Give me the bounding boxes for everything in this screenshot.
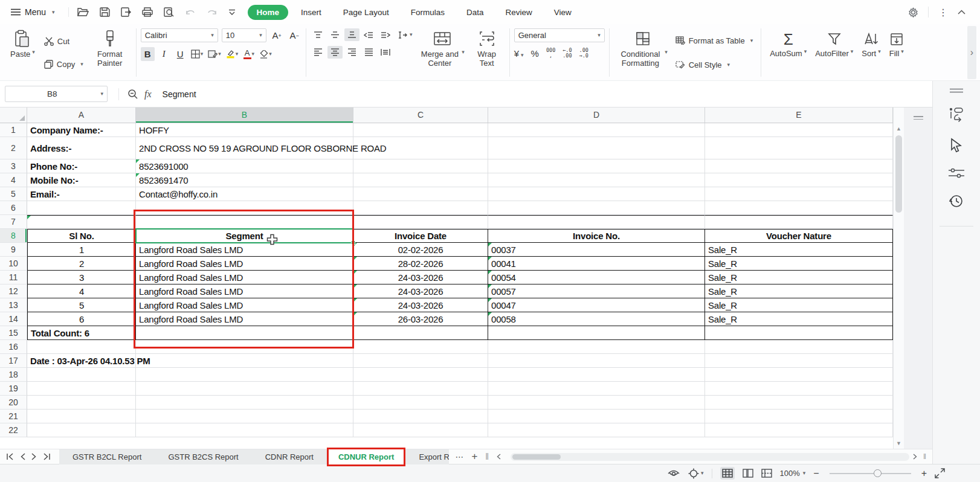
column-header-C[interactable]: C xyxy=(353,108,488,123)
cell-E21[interactable] xyxy=(705,410,893,423)
cell-D7[interactable] xyxy=(488,215,705,229)
eraser-button[interactable]: ▾ xyxy=(258,47,273,61)
conditional-formatting-button[interactable]: Conditional Formatting▾ xyxy=(614,26,672,79)
hscroll-left-icon[interactable] xyxy=(497,454,501,460)
cell-style-button[interactable]: Cell Style ▾ xyxy=(673,59,756,71)
font-size-combo[interactable]: 10▾ xyxy=(222,28,266,42)
row-header-16[interactable]: 16 xyxy=(0,340,27,354)
sheet-tab-gstr-b2cs-report[interactable]: GSTR B2CS Report xyxy=(155,449,251,464)
cell-A5[interactable]: Email:- xyxy=(27,187,136,201)
cell-B15[interactable] xyxy=(136,326,353,340)
cell-E4[interactable] xyxy=(705,173,893,187)
fullscreen-icon[interactable] xyxy=(935,468,945,478)
cell-B3[interactable]: 8523691000 xyxy=(136,159,353,173)
cell-B10[interactable]: Langford Road Sales LMD xyxy=(136,257,353,271)
cell-D18[interactable] xyxy=(488,368,705,382)
format-painter-button[interactable]: Format Painter xyxy=(88,26,132,79)
copy-button[interactable]: Copy ▾ xyxy=(42,58,86,71)
cell-B4[interactable]: 8523691470 xyxy=(136,173,353,187)
row-header-13[interactable]: 13 xyxy=(0,298,27,312)
cell-C12[interactable]: 24-03-2026 xyxy=(353,284,488,298)
cell-C7[interactable] xyxy=(353,215,488,229)
collapse-ribbon-icon[interactable] xyxy=(958,10,965,14)
cell-A6[interactable] xyxy=(27,201,136,215)
cell-C20[interactable] xyxy=(353,396,488,410)
row-header-22[interactable]: 22 xyxy=(0,423,27,437)
page-break-view-icon[interactable] xyxy=(761,469,772,478)
cell-E14[interactable]: Sale_R xyxy=(705,312,893,326)
cell-C10[interactable]: 28-02-2026 xyxy=(353,257,488,271)
cell-B12[interactable]: Langford Road Sales LMD xyxy=(136,284,353,298)
cell-shading-button[interactable]: ▾ xyxy=(207,47,222,61)
cell-A18[interactable] xyxy=(27,368,136,382)
row-header-3[interactable]: 3 xyxy=(0,159,27,173)
save-icon[interactable] xyxy=(100,7,110,17)
bold-button[interactable]: B xyxy=(141,47,155,61)
currency-format-icon[interactable]: ¥▾ xyxy=(514,48,524,59)
autofilter-button[interactable]: AutoFilter▾ xyxy=(811,26,857,79)
cell-C5[interactable] xyxy=(353,187,488,201)
row-header-10[interactable]: 10 xyxy=(0,257,27,271)
cell-E7[interactable] xyxy=(705,215,893,229)
menu-tab-page-layout[interactable]: Page Layout xyxy=(334,5,398,20)
cell-B21[interactable] xyxy=(136,410,353,423)
cell-E19[interactable] xyxy=(705,382,893,396)
cell-D10[interactable]: 00041 xyxy=(488,257,705,271)
cell-B17[interactable] xyxy=(136,354,353,368)
cell-D17[interactable] xyxy=(488,354,705,368)
highlight-color-button[interactable]: ▾ xyxy=(225,47,240,61)
row-header-5[interactable]: 5 xyxy=(0,187,27,201)
cell-C16[interactable] xyxy=(353,340,488,354)
cell-D15[interactable] xyxy=(488,326,705,340)
cell-A19[interactable] xyxy=(27,382,136,396)
adjust-sliders-icon[interactable] xyxy=(949,168,964,179)
sort-button[interactable]: Sort▾ xyxy=(857,26,885,79)
text-orientation-button[interactable]: ▾ xyxy=(395,28,416,41)
sheet-list-ellipsis-icon[interactable]: ⋯ xyxy=(455,452,463,461)
row-header-21[interactable]: 21 xyxy=(0,410,27,423)
print-icon[interactable] xyxy=(142,7,153,17)
cell-C8[interactable]: Invoice Date xyxy=(353,229,488,243)
cell-C1[interactable] xyxy=(353,123,488,137)
row-header-14[interactable]: 14 xyxy=(0,312,27,326)
ribbon-overflow-button[interactable]: › xyxy=(967,26,976,79)
cell-B1[interactable]: HOFFY xyxy=(136,123,353,137)
column-header-B[interactable]: B xyxy=(136,108,353,123)
export-icon[interactable] xyxy=(121,7,131,17)
align-middle-icon[interactable] xyxy=(327,28,343,41)
decrease-decimal-icon[interactable]: .00→.0 xyxy=(579,48,588,59)
cell-E17[interactable] xyxy=(705,354,893,368)
cell-A14[interactable]: 6 xyxy=(27,312,136,326)
font-color-button[interactable]: A▾ xyxy=(242,47,256,61)
cell-C22[interactable] xyxy=(353,423,488,437)
row-header-8[interactable]: 8 xyxy=(0,229,27,243)
cell-C14[interactable]: 26-03-2026 xyxy=(353,312,488,326)
percent-format-icon[interactable]: % xyxy=(531,48,539,59)
cell-B19[interactable] xyxy=(136,382,353,396)
underline-button[interactable]: U xyxy=(173,47,187,61)
first-sheet-icon[interactable] xyxy=(6,453,14,460)
distributed-icon[interactable] xyxy=(378,46,393,59)
scrollbar-splitter-handle[interactable]: ‖ xyxy=(923,452,926,461)
tab-splitter-handle[interactable]: ‖ xyxy=(485,452,489,461)
cell-B18[interactable] xyxy=(136,368,353,382)
cell-D19[interactable] xyxy=(488,382,705,396)
wrap-text-button[interactable]: Wrap Text xyxy=(469,26,505,79)
cell-D16[interactable] xyxy=(488,340,705,354)
cell-D20[interactable] xyxy=(488,396,705,410)
undo-icon[interactable] xyxy=(185,8,196,16)
add-sheet-icon[interactable]: + xyxy=(471,451,477,463)
sidebar-panel-lines-icon[interactable] xyxy=(950,88,963,93)
cell-D9[interactable]: 00037 xyxy=(488,243,705,257)
zoom-in-button[interactable]: + xyxy=(921,469,927,478)
cell-A9[interactable]: 1 xyxy=(27,243,136,257)
grid-corner-select-all[interactable] xyxy=(0,108,27,123)
cell-B5[interactable]: Contact@hoffy.co.in xyxy=(136,187,353,201)
format-as-table-button[interactable]: Format as Table ▾ xyxy=(673,34,756,47)
cell-C15[interactable] xyxy=(353,326,488,340)
cell-A21[interactable] xyxy=(27,410,136,423)
cell-C13[interactable]: 24-03-2026 xyxy=(353,298,488,312)
more-options-kebab-icon[interactable]: ⋮ xyxy=(938,7,948,18)
page-layout-view-icon[interactable] xyxy=(743,469,753,478)
print-preview-icon[interactable] xyxy=(164,7,174,17)
